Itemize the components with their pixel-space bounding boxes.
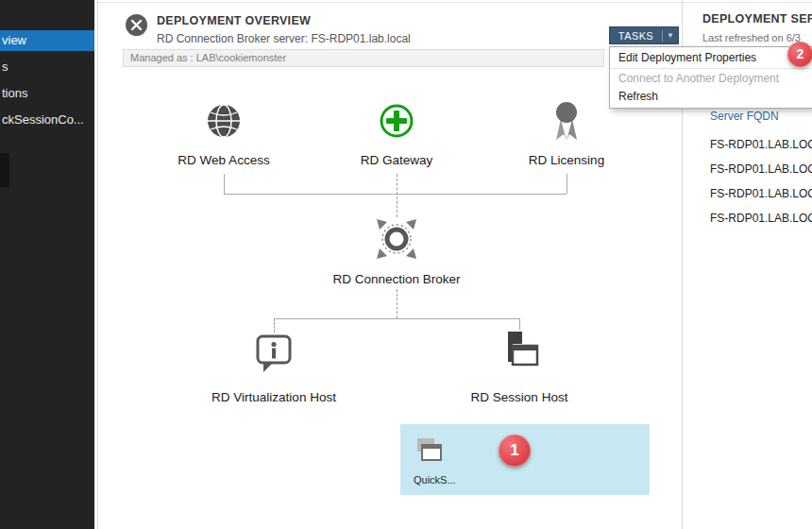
column-header-server-fqdn[interactable]: Server FQDN xyxy=(710,110,779,123)
rd-gateway-label: RD Gateway xyxy=(361,153,433,167)
rd-licensing-node[interactable] xyxy=(546,98,587,145)
add-role-plus-icon xyxy=(376,100,417,142)
rd-session-host-label: RD Session Host xyxy=(471,390,568,404)
collection-windows-icon xyxy=(414,435,446,467)
rd-web-access-node[interactable] xyxy=(203,100,245,142)
session-host-server-icon xyxy=(498,330,541,375)
connector-line xyxy=(519,318,520,330)
server-row[interactable]: FS-RDP01.LAB.LOCAL xyxy=(710,132,812,157)
annotation-badge-1: 1 xyxy=(499,435,531,467)
rd-licensing-label: RD Licensing xyxy=(529,153,604,167)
tasks-dropdown-menu: Edit Deployment Properties Connect to An… xyxy=(609,46,812,109)
rd-connection-broker-node[interactable] xyxy=(375,217,418,261)
top-divider xyxy=(98,2,812,3)
sidebar-item-label: tions xyxy=(2,86,27,100)
rd-connection-broker-label: RD Connection Broker xyxy=(332,272,460,286)
sidebar-item-label: ckSessionCo... xyxy=(2,112,84,127)
connector-line xyxy=(274,318,519,319)
connector-line-dashed xyxy=(397,174,398,217)
sidebar-item-label: s xyxy=(2,60,8,74)
server-manager-rds-page: view s tions ckSessionCo... DEPLOYMENT O… xyxy=(0,0,812,529)
globe-icon xyxy=(203,100,245,142)
award-ribbon-icon xyxy=(546,98,587,145)
connector-line-dashed xyxy=(397,289,398,318)
connector-line xyxy=(224,174,225,194)
sidebar-item-servers[interactable]: s xyxy=(0,57,94,77)
connector-line xyxy=(224,194,567,195)
connector-line-dashed xyxy=(274,318,275,333)
rd-session-host-node[interactable] xyxy=(498,330,541,375)
collection-name-label: QuickS... xyxy=(414,474,456,486)
server-row[interactable]: FS-RDP01.LAB.LOCAL xyxy=(710,181,812,206)
info-bubble-icon xyxy=(251,333,296,376)
sidebar-item-overview[interactable]: view xyxy=(0,30,94,51)
broker-server-subtitle: RD Connection Broker server: FS-RDP01.la… xyxy=(157,32,411,45)
sidebar-item-quicksessioncollection[interactable]: ckSessionCo... xyxy=(0,110,94,130)
server-list: FS-RDP01.LAB.LOCAL FS-RDP01.LAB.LOCAL FS… xyxy=(710,132,812,230)
deployment-servers-title: DEPLOYMENT SERVERS xyxy=(702,12,812,26)
broker-target-icon xyxy=(375,217,418,261)
tasks-button-label: TASKS xyxy=(610,30,662,42)
connector-line xyxy=(567,174,567,194)
last-refreshed-text: Last refreshed on 6/3 xyxy=(702,32,801,43)
tasks-button[interactable]: TASKS ▼ xyxy=(609,26,679,44)
rd-web-access-label: RD Web Access xyxy=(178,153,269,167)
chevron-down-icon: ▼ xyxy=(663,31,678,40)
sidebar-decoration xyxy=(0,153,9,187)
sidebar-item-label: view xyxy=(2,33,26,47)
vertical-divider xyxy=(97,0,98,529)
rd-gateway-node[interactable] xyxy=(376,100,417,142)
page-title: DEPLOYMENT OVERVIEW xyxy=(157,14,311,27)
menu-item-edit-deployment-properties[interactable]: Edit Deployment Properties xyxy=(610,49,812,67)
annotation-badge-2: 2 xyxy=(787,42,812,67)
rd-virtualization-host-label: RD Virtualization Host xyxy=(211,390,336,404)
rd-virtualization-host-node[interactable] xyxy=(251,333,296,376)
deployment-overview-icon xyxy=(124,12,149,38)
menu-item-refresh[interactable]: Refresh xyxy=(610,88,812,106)
server-row[interactable]: FS-RDP01.LAB.LOCAL xyxy=(710,206,812,230)
server-row[interactable]: FS-RDP01.LAB.LOCAL xyxy=(710,157,812,181)
managed-as-bar: Managed as : LAB\cookiemonster xyxy=(123,49,604,67)
sidebar-item-collections[interactable]: tions xyxy=(0,83,94,104)
menu-item-connect-to-another-deployment[interactable]: Connect to Another Deployment xyxy=(610,70,812,88)
menu-separator xyxy=(611,68,812,69)
rds-sidebar: view s tions ckSessionCo... xyxy=(0,0,94,529)
